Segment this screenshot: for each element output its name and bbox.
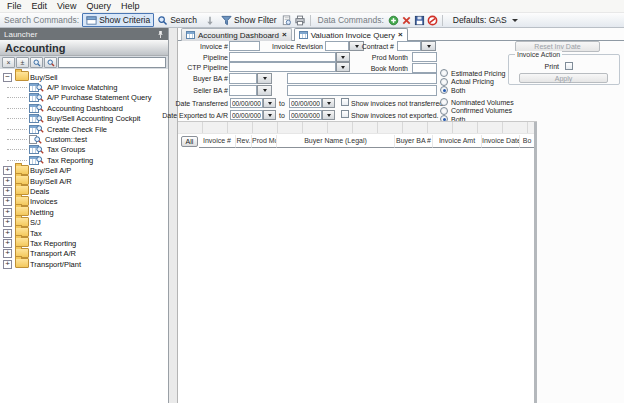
tree-item[interactable]: + − Tax Groups — [0, 145, 168, 155]
grid-column-header[interactable]: Buyer BA # — [395, 135, 433, 148]
apply-button[interactable]: Apply — [519, 73, 608, 83]
tree-item[interactable]: + − A/P Invoice Matching — [0, 82, 168, 92]
print-preview-button[interactable] — [280, 14, 293, 26]
seller-ba-dropdown[interactable] — [257, 85, 272, 96]
tree-item[interactable]: + − Custom::test — [0, 134, 168, 144]
expand-icon[interactable]: + — [3, 218, 12, 227]
tree-item-label[interactable]: Buy/Sell Accounting Cockpit — [47, 114, 140, 123]
delete-button[interactable] — [400, 14, 413, 26]
tree-item-label[interactable]: Create Check File — [47, 125, 107, 134]
volume-radio-option[interactable]: Confirmed Volumes — [440, 107, 514, 116]
tree-item-label[interactable]: Buy/Sell — [30, 73, 58, 82]
print-checkbox[interactable] — [565, 62, 573, 70]
show-filter-button[interactable]: Show Filter — [218, 14, 280, 26]
contract-dropdown[interactable] — [421, 41, 436, 51]
tree-item[interactable]: + − Tax Reporting — [0, 155, 168, 165]
volume-radio-option[interactable]: Nominated Volumes — [440, 98, 514, 107]
search-button[interactable]: Search — [154, 14, 200, 26]
close-icon[interactable]: × — [282, 31, 287, 39]
add-button[interactable] — [387, 14, 400, 26]
tab-accounting-dashboard[interactable]: Accounting Dashboard × — [181, 28, 292, 41]
expand-icon[interactable]: + — [3, 249, 12, 258]
date-exported-from-field[interactable] — [230, 110, 263, 120]
tree-item[interactable]: + − Buy/Sell — [0, 72, 168, 82]
tree-item-label[interactable]: Netting — [30, 208, 54, 217]
expand-icon[interactable]: + — [3, 187, 12, 196]
panel-splitter[interactable] — [169, 28, 178, 403]
tree-item-label[interactable]: Transport/Plant — [30, 260, 81, 269]
radio-icon[interactable] — [440, 86, 448, 94]
radio-icon[interactable] — [440, 107, 448, 115]
expand-icon[interactable]: + — [3, 208, 12, 217]
expand-icon[interactable]: + — [3, 229, 12, 238]
book-month-field[interactable] — [412, 63, 437, 73]
date-transferred-from-field[interactable] — [230, 98, 263, 108]
tree-item-label[interactable]: A/P Purchase Statement Query — [47, 93, 152, 102]
menu-item[interactable]: File — [2, 1, 27, 11]
date-exported-from-dropdown[interactable] — [263, 110, 276, 120]
pricing-radio-option[interactable]: Estimated Pricing — [440, 69, 505, 78]
seller-ba-field[interactable] — [229, 85, 257, 96]
prod-month-field[interactable] — [412, 52, 437, 62]
date-exported-to-dropdown[interactable] — [322, 110, 335, 120]
launcher-search-input[interactable] — [58, 57, 166, 68]
tree-item-label[interactable]: Custom::test — [45, 135, 87, 144]
radio-icon[interactable] — [440, 69, 448, 77]
grid-column-header[interactable]: Invoice Date — [482, 135, 520, 148]
pipeline-field[interactable] — [229, 52, 336, 62]
pricing-radio-option[interactable]: Both — [440, 86, 505, 95]
tree-item[interactable]: + − A/P Purchase Statement Query — [0, 93, 168, 103]
show-not-transferred-checkbox[interactable] — [341, 98, 349, 106]
date-transferred-from-dropdown[interactable] — [263, 98, 276, 108]
save-button[interactable] — [413, 14, 426, 26]
find-advanced-button[interactable] — [44, 57, 57, 68]
menu-item[interactable]: Help — [116, 1, 145, 11]
tree-item-label[interactable]: Tax — [30, 229, 42, 238]
tree-item-label[interactable]: S/J — [30, 218, 41, 227]
buyer-ba-dropdown[interactable] — [257, 73, 272, 84]
buyer-ba-field[interactable] — [229, 73, 257, 84]
expand-icon[interactable]: + — [3, 239, 12, 248]
radio-icon[interactable] — [440, 98, 448, 106]
tree-item[interactable]: + − Create Check File — [0, 124, 168, 134]
tree-item-label[interactable]: Deals — [30, 187, 49, 196]
tree-item-label[interactable]: Invoices — [30, 197, 58, 206]
contract-number-field[interactable] — [397, 41, 421, 51]
radio-icon[interactable] — [440, 78, 448, 86]
tree-item[interactable]: + − Netting — [0, 207, 168, 217]
invoice-number-field[interactable] — [229, 41, 260, 51]
pipeline-dropdown[interactable] — [336, 52, 350, 62]
tree-item[interactable]: + − Transport/Plant — [0, 259, 168, 269]
invoice-revision-field[interactable] — [325, 41, 349, 51]
collapse-all-button[interactable]: × — [2, 57, 15, 68]
grid-column-header[interactable]: Invoice Amt — [433, 135, 482, 148]
expand-icon[interactable]: + — [3, 166, 12, 175]
tree-item-label[interactable]: Accounting Dashboard — [47, 104, 123, 113]
date-transferred-to-field[interactable] — [289, 98, 322, 108]
ctp-pipeline-field[interactable] — [229, 62, 336, 72]
menu-item[interactable]: View — [52, 1, 81, 11]
select-all-button[interactable]: All — [181, 136, 198, 147]
grid-column-header[interactable]: Rev. — [236, 135, 252, 148]
buyer-ba-name-field[interactable] — [287, 73, 437, 84]
tree-item-label[interactable]: Buy/Sell A/P — [30, 166, 71, 175]
expand-icon[interactable]: + — [3, 260, 12, 269]
menu-item[interactable]: Query — [81, 1, 116, 11]
tree-item-label[interactable]: Tax Groups — [47, 145, 85, 154]
tree-item-label[interactable]: Buy/Sell A/R — [30, 177, 72, 186]
seller-ba-name-field[interactable] — [287, 85, 437, 96]
cancel-button[interactable] — [426, 14, 439, 26]
tab-valuation-invoice-query[interactable]: Valuation Invoice Query × — [294, 28, 408, 41]
ctp-pipeline-dropdown[interactable] — [336, 62, 350, 72]
defaults-dropdown[interactable]: Defaults: GAS — [450, 14, 521, 26]
tree-item[interactable]: + − Buy/Sell Accounting Cockpit — [0, 114, 168, 124]
menu-item[interactable]: Edit — [27, 1, 53, 11]
close-icon[interactable]: × — [398, 31, 403, 39]
grid-column-header[interactable]: Prod Mo — [252, 135, 277, 148]
grid-column-header[interactable]: Buyer Name (Legal) — [277, 135, 395, 148]
expand-icon[interactable]: + — [3, 177, 12, 186]
tree-item-label[interactable]: Tax Reporting — [47, 156, 93, 165]
collapse-icon[interactable]: − — [3, 73, 12, 82]
expand-all-button[interactable]: ± — [16, 57, 29, 68]
tree-item-label[interactable]: A/P Invoice Matching — [47, 83, 117, 92]
